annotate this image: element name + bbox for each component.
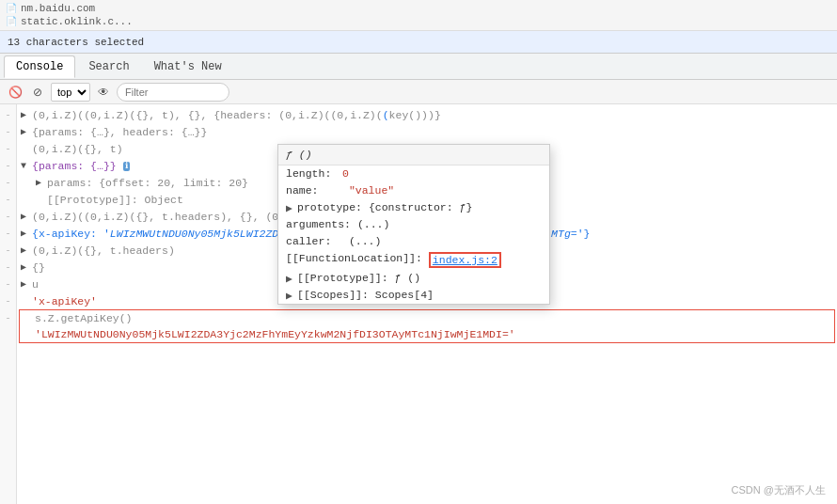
tooltip-popup: ƒ () length: 0 name: "value" ▶ prototype… bbox=[277, 144, 550, 305]
gutter-line: - bbox=[0, 191, 16, 208]
gutter-line: - bbox=[0, 242, 16, 259]
tooltip-row-functionlocation[interactable]: [[FunctionLocation]]: index.js:2 bbox=[278, 250, 549, 270]
console-line-getapikey[interactable]: s.Z.getApiKey() bbox=[19, 309, 835, 326]
expand-arrow[interactable]: ▶ bbox=[21, 278, 32, 290]
expand-arrow[interactable]: ▼ bbox=[21, 161, 32, 171]
file-icon-2: 📄 bbox=[6, 16, 17, 27]
eye-button[interactable]: 👁 bbox=[94, 83, 113, 102]
tooltip-row-length: length: 0 bbox=[278, 165, 549, 182]
expand-arrow[interactable]: ▶ bbox=[21, 244, 32, 256]
gutter-line: - bbox=[0, 276, 16, 292]
top-bar-item-2: 📄 static.oklink.c... bbox=[6, 15, 831, 28]
tooltip-row-caller: caller: (...) bbox=[278, 233, 549, 250]
gutter-line: - bbox=[0, 292, 16, 309]
filter-input[interactable] bbox=[117, 83, 229, 102]
context-select[interactable]: top bbox=[51, 83, 90, 102]
expand-arrow bbox=[24, 313, 35, 323]
tooltip-header: ƒ () bbox=[278, 145, 549, 165]
toolbar: 🚫 ⊘ top 👁 bbox=[0, 80, 837, 104]
clear-button[interactable]: 🚫 bbox=[6, 83, 24, 102]
gutter-line: - bbox=[0, 208, 16, 225]
tab-console[interactable]: Console bbox=[4, 55, 75, 78]
top-bar-item-1: 📄 nm.baidu.com bbox=[6, 2, 831, 15]
expand-arrow[interactable]: ▶ bbox=[21, 211, 32, 222]
selection-count: 13 characters selected bbox=[8, 37, 144, 48]
expand-arrow[interactable]: ▶ bbox=[21, 126, 32, 137]
line-content: (0,i.Z)((0,i.Z)({}, t), {}, {headers: (0… bbox=[32, 109, 837, 121]
gutter-line: - bbox=[0, 157, 16, 174]
tooltip-row-scopes[interactable]: ▶ [[Scopes]]: Scopes[4] bbox=[278, 287, 549, 304]
gutter-line: - bbox=[0, 225, 16, 242]
gutter-line: - bbox=[0, 123, 16, 140]
line-content: s.Z.getApiKey() bbox=[35, 312, 834, 324]
expand-arrow bbox=[24, 329, 35, 339]
filter-toggle[interactable]: ⊘ bbox=[28, 83, 47, 102]
expand-arrow[interactable]: ▶ bbox=[21, 109, 32, 120]
line-gutter: - - - - - - - - - - - - - bbox=[0, 104, 17, 504]
top-bar: 📄 nm.baidu.com 📄 static.oklink.c... bbox=[0, 0, 837, 31]
tooltip-row-arguments: arguments: (...) bbox=[278, 216, 549, 233]
line-content: {params: {…}, headers: {…}} bbox=[32, 126, 837, 138]
console-line[interactable]: ▶ (0,i.Z)((0,i.Z)({}, t), {}, {headers: … bbox=[17, 106, 837, 123]
function-location-link[interactable]: index.js:2 bbox=[433, 254, 497, 266]
expand-arrow bbox=[21, 296, 32, 307]
tooltip-row-prototype[interactable]: ▶ prototype: {constructor: ƒ} bbox=[278, 199, 549, 216]
expand-arrow[interactable]: ▶ bbox=[21, 228, 32, 239]
gutter-line: - bbox=[0, 309, 16, 326]
selection-bar: 13 characters selected bbox=[0, 31, 837, 54]
gutter-line: - bbox=[0, 140, 16, 157]
console-area: - - - - - - - - - - - - - ▶ (0,i.Z)((0,i… bbox=[0, 104, 837, 504]
console-line-result[interactable]: 'LWIzMWUtNDU0Ny05Mjk5LWI2ZDA3Yjc2MzFhYmE… bbox=[19, 326, 835, 343]
tab-whats-new[interactable]: What's New bbox=[143, 56, 233, 77]
expand-arrow[interactable]: ▶ bbox=[21, 261, 32, 273]
gutter-line: - bbox=[0, 174, 16, 191]
tab-strip: Console Search What's New bbox=[0, 54, 837, 80]
expand-arrow bbox=[21, 144, 32, 154]
gutter-line: - bbox=[0, 259, 16, 276]
gutter-line: - bbox=[0, 106, 16, 123]
line-content: 'LWIzMWUtNDU0Ny05Mjk5LWI2ZDA3Yjc2MzFhYmE… bbox=[35, 328, 834, 340]
expand-arrow bbox=[36, 195, 47, 205]
tooltip-row-proto-chain[interactable]: ▶ [[Prototype]]: ƒ () bbox=[278, 270, 549, 287]
tab-search[interactable]: Search bbox=[77, 56, 140, 77]
tooltip-row-name: name: "value" bbox=[278, 182, 549, 199]
console-line[interactable]: ▶ {params: {…}, headers: {…}} bbox=[17, 123, 837, 140]
top-bar-file-2: static.oklink.c... bbox=[21, 16, 133, 27]
top-bar-file-1: nm.baidu.com bbox=[21, 3, 95, 14]
expand-arrow[interactable]: ▶ bbox=[36, 177, 47, 188]
watermark: CSDN @无酒不人生 bbox=[732, 483, 826, 497]
file-icon-1: 📄 bbox=[6, 3, 17, 14]
